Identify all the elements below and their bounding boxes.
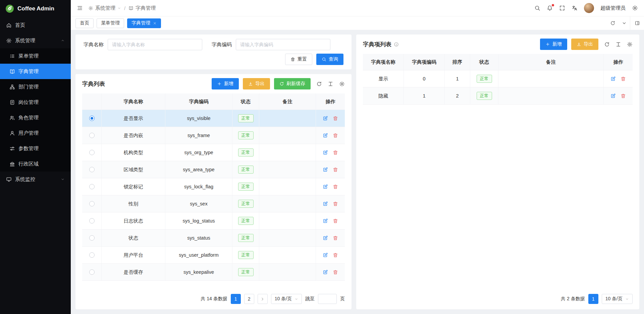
item-table-header: 字典项名称 字典项编码 排序 状态 备注 操作 bbox=[363, 54, 633, 70]
export-item-button[interactable]: 导出 bbox=[571, 39, 598, 50]
edit-icon[interactable] bbox=[323, 218, 328, 224]
settings-icon[interactable] bbox=[627, 42, 633, 47]
notifications-button[interactable] bbox=[547, 5, 553, 11]
row-radio[interactable] bbox=[89, 235, 95, 241]
settings-icon[interactable] bbox=[632, 5, 638, 11]
hamburger-icon[interactable] bbox=[77, 5, 83, 11]
page-size-select[interactable]: 10 条/页 bbox=[271, 294, 302, 304]
table-row[interactable]: 是否显示 sys_visible 正常 bbox=[82, 110, 345, 127]
edit-icon[interactable] bbox=[323, 167, 328, 172]
sidebar-item[interactable]: 系统监控 bbox=[0, 172, 71, 187]
delete-icon[interactable] bbox=[333, 252, 338, 258]
delete-icon[interactable] bbox=[621, 93, 626, 99]
next-page-button[interactable] bbox=[258, 294, 268, 304]
refresh-icon[interactable] bbox=[316, 81, 322, 87]
page-button[interactable]: 2 bbox=[244, 294, 254, 304]
refresh-cache-button[interactable]: 刷新缓存 bbox=[274, 78, 311, 89]
breadcrumb-dict[interactable]: 字典管理 bbox=[128, 5, 156, 11]
sidebar-subitem[interactable]: 部门管理 bbox=[0, 79, 71, 95]
density-icon[interactable] bbox=[328, 81, 333, 87]
dict-code-input[interactable] bbox=[236, 39, 330, 50]
add-button[interactable]: 新增 bbox=[212, 78, 239, 89]
sidebar-subitem[interactable]: 参数管理 bbox=[0, 141, 71, 156]
delete-icon[interactable] bbox=[333, 184, 338, 189]
export-button[interactable]: 导出 bbox=[243, 78, 270, 89]
table-row[interactable]: 状态 sys_status 正常 bbox=[82, 230, 345, 247]
delete-icon[interactable] bbox=[621, 76, 626, 81]
row-radio[interactable] bbox=[89, 167, 95, 172]
table-row[interactable]: 用户平台 sys_user_platform 正常 bbox=[82, 247, 345, 264]
edit-icon[interactable] bbox=[323, 252, 328, 258]
edit-icon[interactable] bbox=[323, 269, 328, 275]
row-radio[interactable] bbox=[89, 252, 95, 258]
query-button[interactable]: 查询 bbox=[316, 54, 343, 65]
delete-icon[interactable] bbox=[333, 150, 338, 155]
brand[interactable]: Coffee Admin bbox=[0, 0, 71, 17]
table-row[interactable]: 是否缓存 sys_keepalive 正常 bbox=[82, 264, 345, 281]
row-radio[interactable] bbox=[89, 218, 95, 224]
user-name[interactable]: 超级管理员 bbox=[600, 5, 626, 11]
tab[interactable]: 首页 bbox=[75, 18, 94, 28]
refresh-icon[interactable] bbox=[604, 42, 610, 47]
edit-icon[interactable] bbox=[610, 93, 616, 99]
table-row[interactable]: 显示 0 1 正常 bbox=[363, 70, 633, 87]
sidebar-subitem[interactable]: 角色管理 bbox=[0, 110, 71, 125]
page-button[interactable]: 1 bbox=[231, 294, 241, 304]
user-avatar[interactable] bbox=[584, 3, 594, 13]
row-radio[interactable] bbox=[89, 184, 95, 189]
row-radio[interactable] bbox=[89, 116, 95, 121]
delete-icon[interactable] bbox=[333, 133, 338, 138]
search-icon[interactable] bbox=[534, 5, 540, 11]
sidebar-subitem[interactable]: 菜单管理 bbox=[0, 48, 71, 64]
delete-icon[interactable] bbox=[333, 269, 338, 275]
density-icon[interactable] bbox=[615, 42, 621, 47]
table-row[interactable]: 机构类型 sys_org_type 正常 bbox=[82, 144, 345, 161]
info-icon[interactable] bbox=[394, 42, 399, 47]
table-row[interactable]: 是否内嵌 sys_frame 正常 bbox=[82, 127, 345, 144]
table-row[interactable]: 隐藏 1 2 正常 bbox=[363, 87, 633, 105]
breadcrumb-system[interactable]: 系统管理 bbox=[88, 5, 121, 11]
sidebar-item[interactable]: 首页 bbox=[0, 17, 71, 33]
table-row[interactable]: 区域类型 sys_area_type 正常 bbox=[82, 161, 345, 178]
translate-icon[interactable] bbox=[572, 5, 578, 11]
delete-icon[interactable] bbox=[333, 167, 338, 172]
sidebar-subitem[interactable]: 行政区域 bbox=[0, 156, 71, 172]
table-row[interactable]: 锁定标记 sys_lock_flag 正常 bbox=[82, 178, 345, 195]
panel-icon[interactable] bbox=[630, 16, 644, 30]
add-item-button[interactable]: 新增 bbox=[540, 39, 567, 50]
dict-name-input[interactable] bbox=[108, 39, 202, 50]
table-row[interactable]: 性别 sys_sex 正常 bbox=[82, 195, 345, 212]
row-radio[interactable] bbox=[89, 133, 95, 138]
edit-icon[interactable] bbox=[323, 201, 328, 206]
tab[interactable]: 菜单管理 bbox=[97, 18, 124, 28]
delete-icon[interactable] bbox=[333, 218, 338, 224]
delete-icon[interactable] bbox=[333, 116, 338, 121]
sidebar-item[interactable]: 系统管理 bbox=[0, 33, 71, 48]
jump-page-input[interactable] bbox=[318, 294, 337, 304]
chevron-down-icon[interactable] bbox=[619, 16, 630, 30]
reset-button[interactable]: 重置 bbox=[285, 54, 312, 65]
brand-name: Coffee Admin bbox=[17, 5, 54, 12]
fullscreen-icon[interactable] bbox=[559, 5, 565, 11]
close-icon[interactable] bbox=[153, 21, 157, 25]
edit-icon[interactable] bbox=[323, 150, 328, 155]
delete-icon[interactable] bbox=[333, 201, 338, 206]
page-size-select[interactable]: 10 条/页 bbox=[602, 294, 633, 304]
delete-icon[interactable] bbox=[333, 235, 338, 241]
refresh-icon[interactable] bbox=[607, 16, 619, 30]
tab[interactable]: 字典管理 bbox=[127, 18, 161, 28]
table-row[interactable]: 日志状态 sys_log_status 正常 bbox=[82, 212, 345, 230]
row-radio[interactable] bbox=[89, 150, 95, 155]
edit-icon[interactable] bbox=[610, 76, 616, 81]
edit-icon[interactable] bbox=[323, 184, 328, 189]
page-button[interactable]: 1 bbox=[588, 294, 598, 304]
sidebar-subitem[interactable]: 用户管理 bbox=[0, 125, 71, 141]
row-radio[interactable] bbox=[89, 201, 95, 206]
edit-icon[interactable] bbox=[323, 133, 328, 138]
settings-icon[interactable] bbox=[339, 81, 345, 87]
row-radio[interactable] bbox=[89, 269, 95, 275]
sidebar-subitem[interactable]: 岗位管理 bbox=[0, 95, 71, 110]
sidebar-subitem[interactable]: 字典管理 bbox=[0, 64, 71, 79]
edit-icon[interactable] bbox=[323, 116, 328, 121]
edit-icon[interactable] bbox=[323, 235, 328, 241]
